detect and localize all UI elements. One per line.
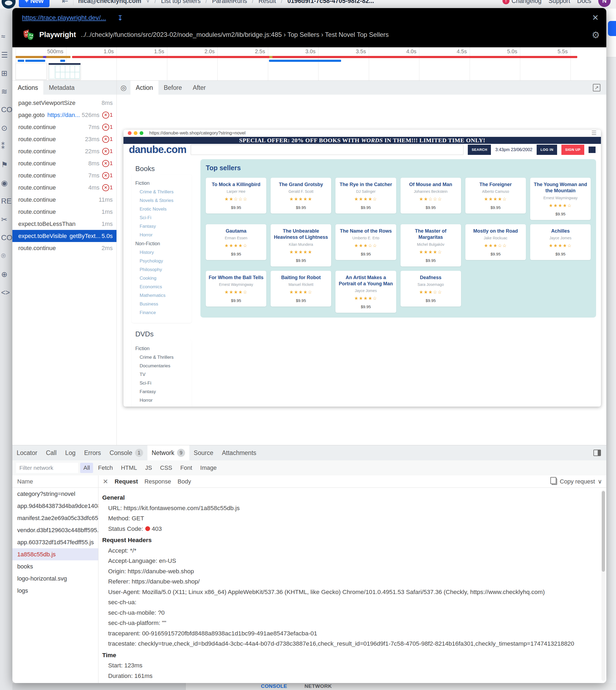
network-row[interactable]: app.603732df1d547fedff55.js: [13, 536, 98, 548]
network-row[interactable]: logo-horizontal.svg: [13, 573, 98, 585]
book-card[interactable]: The Unbearable Heaviness of Lightness Ki…: [271, 224, 331, 266]
book-card[interactable]: The Rye in the Catcher DJ Salinger ★★★★☆…: [335, 178, 396, 214]
close-detail-icon[interactable]: ✕: [103, 478, 108, 485]
download-icon[interactable]: ↧: [117, 14, 123, 22]
dock-tab-call[interactable]: Call: [42, 445, 61, 460]
changelog-link[interactable]: ! Changelog: [503, 0, 542, 5]
dock-tab-console[interactable]: Console1: [105, 445, 147, 460]
filmstrip-thumbnail-page[interactable]: [48, 63, 81, 80]
site-search-input[interactable]: [191, 145, 464, 155]
chevron-down-icon[interactable]: ∨: [146, 0, 150, 4]
book-card[interactable]: To Mock a Killingbird Larper Hee ★★☆☆☆ $…: [206, 178, 266, 214]
dock-tab-attachments[interactable]: Attachments: [218, 445, 261, 460]
category-link[interactable]: Horror: [139, 232, 188, 238]
action-row[interactable]: route.continue 7ms✕1: [13, 121, 116, 133]
category-link[interactable]: Fantasy: [139, 224, 188, 229]
filter-chip-css[interactable]: CSS: [157, 463, 175, 473]
open-snapshot-external-icon[interactable]: ↗: [593, 84, 600, 91]
action-row[interactable]: route.continue 22ms✕1: [13, 145, 116, 157]
book-card[interactable]: For Whom the Ball Tells Ernest Waymingwa…: [206, 271, 266, 307]
book-card[interactable]: The Foreigner Alberto Camuso ★★★★☆ $9.95: [465, 178, 526, 214]
category-link[interactable]: Cooking: [139, 275, 188, 281]
filter-chip-html[interactable]: HTML: [117, 463, 140, 473]
user-avatar[interactable]: N: [598, 0, 611, 7]
action-row[interactable]: route.continue 7ms✕1: [13, 170, 116, 181]
book-card[interactable]: The Master of Margaritas Michel Bulgakòv…: [400, 224, 461, 266]
category-link[interactable]: History: [139, 250, 188, 255]
filter-chip-all[interactable]: All: [80, 463, 93, 473]
dock-tab-log[interactable]: Log: [61, 445, 80, 460]
category-link[interactable]: Erotic Novels: [139, 206, 188, 212]
category-link[interactable]: Fantasy: [139, 389, 188, 395]
action-row[interactable]: route.continue 2ms: [13, 242, 116, 254]
category-link[interactable]: Novels & Stories: [139, 198, 188, 203]
action-url-link[interactable]: https://dan...: [47, 112, 80, 118]
category-link[interactable]: Finance: [139, 310, 188, 315]
action-row[interactable]: route.continue 4ms✕1: [13, 181, 116, 194]
back-arrow-icon[interactable]: ⇤: [62, 0, 68, 5]
category-link[interactable]: Philosophy: [139, 267, 188, 272]
tab-console[interactable]: CONSOLE: [261, 683, 287, 689]
trace-timeline[interactable]: 500ms 1.0s 1.5s 2.0s 2.5s 3.0s 3.5s 4.0s…: [13, 47, 606, 81]
dock-tab-errors[interactable]: Errors: [80, 445, 106, 460]
filter-chip-fetch[interactable]: Fetch: [95, 463, 116, 473]
category-link[interactable]: Documentaries: [139, 363, 188, 369]
action-row[interactable]: route.continue 11ms: [13, 194, 116, 206]
layout-toggle-icon[interactable]: [593, 450, 601, 456]
book-card[interactable]: Gautama Erman Essen ★★★★☆ $9.95: [206, 224, 266, 260]
account-email[interactable]: nica@checklyhq.com: [78, 0, 141, 5]
action-row[interactable]: route.continue 23ms✕1: [13, 133, 116, 145]
tab-action[interactable]: Action: [130, 81, 158, 95]
action-row[interactable]: expect.toBeLessThan 1ms: [13, 218, 116, 230]
cart-icon[interactable]: [589, 147, 596, 153]
action-row[interactable]: page.goto https://dan... 526ms✕1: [13, 109, 116, 121]
action-row[interactable]: expect.toBeVisible getByText... 5.0s: [13, 230, 116, 242]
filter-network-input[interactable]: [16, 463, 78, 473]
book-card[interactable]: The Name of the Rows Umberto E. Erto ★★★…: [335, 224, 396, 260]
book-card[interactable]: The Young Woman and the Mountain Ernest …: [530, 178, 591, 220]
checkly-logo[interactable]: [2, 0, 16, 8]
book-card[interactable]: Mostly on the Road Jake Rockuac ★★★☆☆ $9…: [465, 224, 526, 260]
tab-actions[interactable]: Actions: [13, 81, 43, 95]
dock-tab-source[interactable]: Source: [190, 445, 218, 460]
login-button[interactable]: LOG IN: [537, 145, 557, 155]
docs-link[interactable]: Docs: [577, 0, 591, 5]
book-card[interactable]: The Grand Grotsby Gerald F. Scott ★★★★★ …: [271, 178, 331, 214]
network-row[interactable]: vendor.d3bf129603c448bff595.: [13, 524, 98, 536]
book-card[interactable]: Deafness Sara Josemago ★★★☆☆ $9.95: [400, 271, 461, 307]
filter-chip-font[interactable]: Font: [177, 463, 195, 473]
tab-response[interactable]: Response: [145, 478, 171, 485]
network-row[interactable]: category?string=novel: [13, 488, 98, 500]
category-link[interactable]: Psychology: [139, 259, 188, 264]
signup-button[interactable]: SIGN UP: [562, 145, 584, 155]
book-card[interactable]: Baiting for Robot Manuel Rickett ★★★★☆ $…: [271, 271, 331, 307]
tab-request[interactable]: Request: [115, 478, 138, 485]
support-link[interactable]: Support: [549, 0, 570, 5]
category-link[interactable]: Mathematics: [139, 293, 188, 298]
book-card[interactable]: Of Mouse and Man Johannes Beckstein ★★☆☆…: [400, 178, 461, 214]
tab-before[interactable]: Before: [158, 81, 188, 95]
dock-tab-locator[interactable]: Locator: [13, 445, 42, 460]
breadcrumb-item[interactable]: Result: [259, 0, 276, 5]
action-row[interactable]: route.continue 8ms✕1: [13, 157, 116, 170]
action-row[interactable]: route.continue 1ms: [13, 206, 116, 218]
breadcrumb-item[interactable]: List top sellers: [161, 0, 201, 5]
category-link[interactable]: Horror: [139, 398, 188, 403]
tab-body[interactable]: Body: [178, 478, 191, 485]
breadcrumb-item[interactable]: ParallelRuns: [212, 0, 247, 5]
network-row[interactable]: app.9d4b843873d4ba9dce1408: [13, 500, 98, 512]
new-button[interactable]: + New: [19, 0, 49, 7]
filter-chip-image[interactable]: Image: [197, 463, 220, 473]
network-row[interactable]: books: [13, 560, 98, 573]
settings-gear-icon[interactable]: ⚙: [592, 29, 600, 40]
network-row[interactable]: manifest.2ae2e69a05c33dfc65f: [13, 512, 98, 524]
trace-url-link[interactable]: https://trace.playwright.dev/...: [22, 14, 106, 22]
action-row[interactable]: page.setViewportSize 8ms: [13, 97, 116, 109]
dock-tab-network[interactable]: Network9: [148, 445, 190, 460]
network-row[interactable]: 1a858c55db.js: [13, 548, 98, 560]
copy-request-button[interactable]: Copy request ∨: [552, 478, 602, 485]
tab-network[interactable]: NETWORK: [305, 683, 332, 689]
category-link[interactable]: Economics: [139, 284, 188, 290]
search-button[interactable]: SEARCH: [468, 145, 491, 155]
network-row[interactable]: logs: [13, 585, 98, 597]
